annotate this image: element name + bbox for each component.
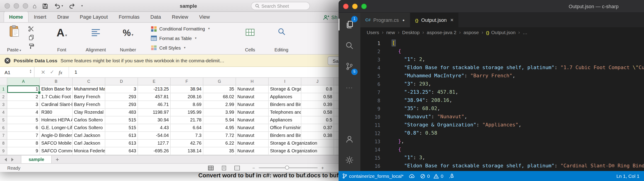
- cell-B2[interactable]: 1.7 Cubic Foot Compact "Cube" Office Ref…: [40, 93, 72, 101]
- cell-B5[interactable]: Holmes HEPA Air Purifier: [40, 116, 72, 124]
- column-header-F[interactable]: F: [171, 78, 203, 86]
- cell-D7[interactable]: 613: [105, 132, 138, 140]
- cell-A7[interactable]: 7: [7, 132, 40, 140]
- sidebar-item-more[interactable]: ···: [342, 80, 357, 95]
- cell-E1[interactable]: -213.25: [138, 86, 171, 93]
- cell-A2[interactable]: 2: [7, 93, 40, 101]
- cell-A1[interactable]: 1: [7, 86, 40, 93]
- cell-E7[interactable]: -54.04: [138, 132, 171, 140]
- cell-B9[interactable]: SAFCO Commercial Wire Shelving, Black: [40, 147, 72, 155]
- ribbon-tab-draw[interactable]: Draw: [52, 11, 74, 22]
- cancel-icon[interactable]: ✕: [41, 69, 46, 75]
- breadcrumb-item[interactable]: aspose: [464, 30, 479, 35]
- sidebar-item-explorer[interactable]: 1: [342, 17, 357, 32]
- cell-E4[interactable]: 1198.97: [138, 109, 171, 116]
- cell-H4[interactable]: Nunavut: [236, 109, 269, 116]
- paste-button[interactable]: Paste▾: [4, 25, 24, 52]
- cell-E6[interactable]: 4.43: [138, 124, 171, 132]
- zoom-in-icon[interactable]: +: [321, 165, 324, 170]
- cell-A4[interactable]: 4: [7, 109, 40, 116]
- add-sheet-button[interactable]: +: [56, 156, 59, 163]
- cell-J1[interactable]: 0.8: [301, 86, 334, 93]
- ribbon-tab-view[interactable]: View: [194, 11, 215, 22]
- column-header-C[interactable]: C: [72, 78, 105, 86]
- cell-G8[interactable]: 6.22: [203, 140, 236, 147]
- cell-I1[interactable]: Storage & Organization: [269, 86, 301, 93]
- column-header-B[interactable]: B: [40, 78, 72, 86]
- cell-C4[interactable]: Clay Rozendal: [72, 109, 105, 116]
- row-header-3[interactable]: 3: [0, 101, 7, 109]
- column-header-J[interactable]: J: [301, 78, 334, 86]
- format-painter-icon[interactable]: [28, 43, 34, 49]
- zoom-slider[interactable]: [259, 167, 318, 168]
- cell-G4[interactable]: 3.99: [203, 109, 236, 116]
- cell-E3[interactable]: 46.71: [138, 101, 171, 109]
- cell-E9[interactable]: -695.26: [138, 147, 171, 155]
- editor[interactable]: 1[2 {3 "1": 2,4 "Eldon Base for stackabl…: [360, 37, 644, 171]
- row-header-9[interactable]: 9: [0, 147, 7, 155]
- cell-I2[interactable]: Appliances: [269, 93, 301, 101]
- cell-F6[interactable]: 6.64: [171, 124, 203, 132]
- cell-J2[interactable]: 0.58: [301, 93, 334, 101]
- cell-E8[interactable]: 127.7: [138, 140, 171, 147]
- cell-C5[interactable]: Carlos Soltero: [72, 116, 105, 124]
- cell-C3[interactable]: Barry French: [72, 101, 105, 109]
- cell-D6[interactable]: 515: [105, 124, 138, 132]
- insert-function-icon[interactable]: fx: [59, 69, 62, 75]
- sidebar-item-source-control[interactable]: 5: [342, 59, 357, 74]
- breadcrumb-item[interactable]: new: [386, 30, 395, 35]
- row-header-8[interactable]: 8: [0, 140, 7, 147]
- editing-group-button[interactable]: Editing: [269, 25, 294, 52]
- cell-B4[interactable]: R380: [40, 109, 72, 116]
- account-button[interactable]: [342, 132, 357, 146]
- cell-I8[interactable]: Storage & Organization: [269, 140, 301, 147]
- tab-output-json[interactable]: {}Output.json×: [410, 13, 459, 27]
- cell-J5[interactable]: 0.5: [301, 116, 334, 124]
- number-group-button[interactable]: %▾ Number: [114, 25, 142, 52]
- cell-A6[interactable]: 6: [7, 124, 40, 132]
- cell-J7[interactable]: 0.38: [301, 132, 334, 140]
- cursor-position[interactable]: Ln 1, Col 1: [616, 173, 640, 179]
- row-header-1[interactable]: 1: [0, 86, 7, 93]
- format-as-table-button[interactable]: Format as Table ▾: [151, 35, 196, 42]
- cell-J6[interactable]: 0.37: [301, 124, 334, 132]
- column-header-H[interactable]: H: [236, 78, 269, 86]
- row-header-7[interactable]: 7: [0, 132, 7, 140]
- page-layout-icon[interactable]: [221, 165, 227, 170]
- name-box[interactable]: A1 ▴▾: [0, 67, 34, 77]
- cut-icon[interactable]: [28, 26, 34, 32]
- cell-E5[interactable]: 30.94: [138, 116, 171, 124]
- cell-D4[interactable]: 483: [105, 109, 138, 116]
- cell-I3[interactable]: Binders and Binder Accessories: [269, 101, 301, 109]
- grid-corner[interactable]: [0, 78, 7, 86]
- font-group-button[interactable]: A▾ Font: [47, 25, 76, 52]
- breadcrumb-item[interactable]: Users: [367, 30, 379, 35]
- cells-group-button[interactable]: Cells: [238, 25, 262, 52]
- cell-C8[interactable]: Carl Jackson: [72, 140, 105, 147]
- ribbon-tab-page-layout[interactable]: Page Layout: [74, 11, 114, 22]
- share-button[interactable]: Sh: [323, 12, 338, 23]
- sidebar-item-search[interactable]: [342, 38, 357, 53]
- cell-C2[interactable]: Barry French: [72, 93, 105, 101]
- cell-C6[interactable]: Carlos Soltero: [72, 124, 105, 132]
- ribbon-tab-insert[interactable]: Insert: [28, 11, 52, 22]
- next-sheet-icon[interactable]: [11, 157, 14, 161]
- cell-H8[interactable]: Nunavut: [236, 140, 269, 147]
- cell-D1[interactable]: 3: [105, 86, 138, 93]
- tab-program-cs[interactable]: C#Program.cs●: [360, 13, 410, 27]
- sheet-tab-sample[interactable]: sample: [21, 155, 52, 163]
- cell-A8[interactable]: 8: [7, 140, 40, 147]
- zoom-slider-knob[interactable]: [285, 165, 289, 170]
- ribbon-tab-data[interactable]: Data: [145, 11, 166, 22]
- cell-F8[interactable]: 42.76: [171, 140, 203, 147]
- cell-H2[interactable]: Nunavut: [236, 93, 269, 101]
- row-header-2[interactable]: 2: [0, 93, 7, 101]
- sync-button[interactable]: [409, 173, 415, 178]
- cell-B8[interactable]: SAFCO Mobile Desk Side File, Wire Frame: [40, 140, 72, 147]
- row-header-5[interactable]: 5: [0, 116, 7, 124]
- branch-indicator[interactable]: containerize_forms_local*: [342, 173, 404, 179]
- breadcrumb-item[interactable]: aspose-java 2: [426, 30, 456, 35]
- breadcrumb-item[interactable]: …: [522, 30, 527, 35]
- cell-I7[interactable]: Binders and Binder Accessories: [269, 132, 301, 140]
- page-break-icon[interactable]: [234, 165, 240, 170]
